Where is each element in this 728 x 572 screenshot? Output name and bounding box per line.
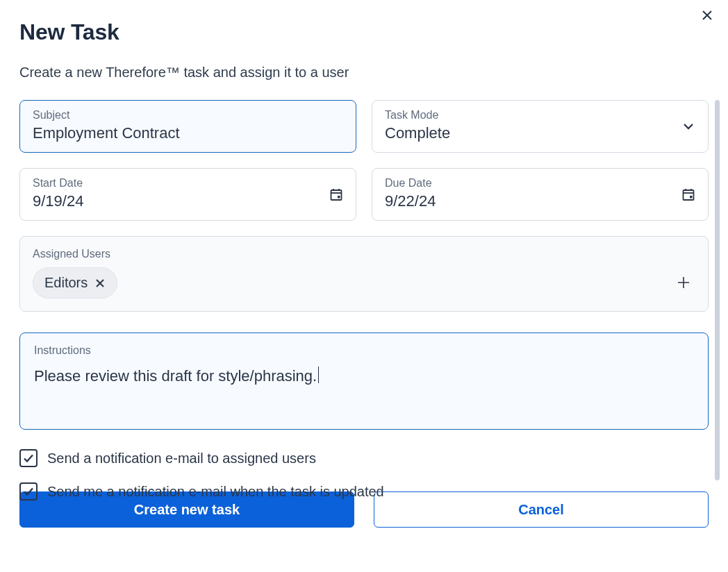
checkmark-icon xyxy=(22,485,35,498)
close-icon xyxy=(95,278,105,288)
notify-assigned-checkbox[interactable] xyxy=(19,449,38,467)
start-date-field[interactable]: Start Date 9/19/24 xyxy=(19,168,356,221)
instructions-value: Please review this draft for style/phras… xyxy=(34,367,317,385)
notify-assigned-row: Send a notification e-mail to assigned u… xyxy=(19,449,709,467)
new-task-dialog: New Task Create a new Therefore™ task an… xyxy=(0,0,728,572)
subject-field[interactable]: Subject Employment Contract xyxy=(19,100,356,153)
chevron-down-icon xyxy=(681,119,695,133)
due-date-field[interactable]: Due Date 9/22/24 xyxy=(372,168,709,221)
user-chip[interactable]: Editors xyxy=(33,267,117,298)
calendar-icon xyxy=(329,187,343,201)
calendar-icon xyxy=(681,187,695,201)
plus-icon xyxy=(676,275,691,290)
remove-chip-button[interactable] xyxy=(94,278,106,289)
notify-assigned-label: Send a notification e-mail to assigned u… xyxy=(47,451,316,466)
instructions-field[interactable]: Instructions Please review this draft fo… xyxy=(19,333,709,430)
dialog-subtitle: Create a new Therefore™ task and assign … xyxy=(19,65,709,81)
notify-me-checkbox[interactable] xyxy=(19,482,38,500)
add-user-button[interactable] xyxy=(676,275,691,293)
notify-me-row: Send me a notification e-mail when the t… xyxy=(19,482,709,500)
user-chip-label: Editors xyxy=(44,275,88,291)
task-mode-field[interactable]: Task Mode Complete xyxy=(372,100,709,153)
close-icon xyxy=(700,8,714,22)
form-area: Subject Employment Contract Task Mode Co… xyxy=(19,100,709,487)
assigned-users-chips: Editors xyxy=(33,267,695,298)
start-date-value: 9/19/24 xyxy=(33,192,343,210)
instructions-label: Instructions xyxy=(34,344,694,357)
svg-rect-1 xyxy=(338,196,340,199)
instructions-textarea[interactable]: Please review this draft for style/phras… xyxy=(34,367,694,415)
start-date-label: Start Date xyxy=(33,177,343,190)
assigned-users-field[interactable]: Assigned Users Editors xyxy=(19,236,709,312)
due-date-value: 9/22/24 xyxy=(385,192,695,210)
task-mode-value: Complete xyxy=(385,124,695,142)
svg-rect-0 xyxy=(331,190,342,200)
dialog-title: New Task xyxy=(19,19,709,45)
task-mode-label: Task Mode xyxy=(385,109,695,121)
scrollbar[interactable] xyxy=(715,100,720,480)
text-cursor xyxy=(318,367,319,383)
checkmark-icon xyxy=(22,452,35,464)
svg-rect-3 xyxy=(690,196,693,199)
notify-me-label: Send me a notification e-mail when the t… xyxy=(47,484,384,500)
subject-value: Employment Contract xyxy=(33,124,343,142)
due-date-label: Due Date xyxy=(385,177,695,190)
subject-label: Subject xyxy=(33,109,343,121)
svg-rect-2 xyxy=(684,190,694,200)
close-button[interactable] xyxy=(700,8,717,25)
assigned-users-label: Assigned Users xyxy=(33,248,695,260)
